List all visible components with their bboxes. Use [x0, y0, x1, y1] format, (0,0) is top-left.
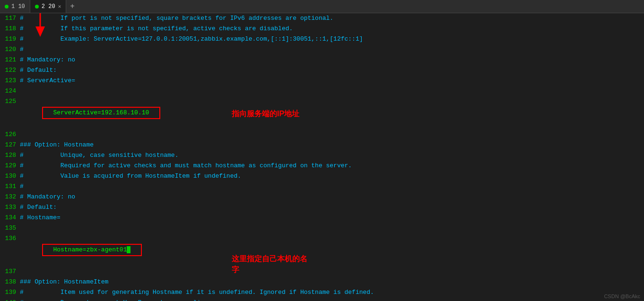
code-line-127: 127 ### Option: Hostname	[0, 140, 644, 150]
line-num-139: 139	[0, 287, 20, 298]
line-content-123: # ServerActive=	[20, 76, 644, 86]
line-num-131: 131	[0, 181, 20, 192]
tab-label-1: 1 10	[11, 3, 25, 10]
line-num-136: 136	[0, 233, 20, 244]
line-content-138: ### Option: HostnameItem	[20, 277, 644, 287]
code-line-117: 117 # If port is not specified, square b…	[0, 13, 644, 24]
line-num-133: 133	[0, 202, 20, 213]
line-content-130: # Value is acquired from HostnameItem if…	[20, 171, 644, 181]
line-num-120: 120	[0, 44, 20, 55]
line-num-135: 135	[0, 223, 20, 233]
code-line-134: 134 # Hostname=	[0, 213, 644, 223]
line-content-140: # Does not support UserParameters or ali…	[20, 298, 644, 301]
code-line-122: 122 # Default:	[0, 65, 644, 76]
line-num-121: 121	[0, 55, 20, 65]
code-line-124: 124	[0, 86, 644, 96]
hostname-value: Hostname=zbx-agent01▌	[42, 244, 142, 256]
tab-dot-1	[5, 5, 9, 9]
code-line-126: 126	[0, 129, 644, 140]
tab-bar: 1 10 2 20 ✕ +	[0, 0, 644, 13]
line-num-122: 122	[0, 65, 20, 76]
code-line-118: 118 # If this parameter is not specified…	[0, 24, 644, 34]
line-content-139: # Item used for generating Hostname if i…	[20, 287, 644, 298]
line-num-132: 132	[0, 192, 20, 202]
line-num-119: 119	[0, 34, 20, 44]
line-content-120: #	[20, 44, 644, 55]
code-line-125: 125 ServerActive=192.168.10.10	[0, 96, 644, 129]
line-num-134: 134	[0, 213, 20, 223]
line-num-124: 124	[0, 86, 20, 96]
line-content-131: #	[20, 181, 644, 192]
line-content-127: ### Option: Hostname	[20, 140, 644, 150]
code-line-119: 119 # Example: ServerActive=127.0.0.1:20…	[0, 34, 644, 44]
code-line-131: 131 #	[0, 181, 644, 192]
line-content-134: # Hostname=	[20, 213, 644, 223]
line-num-128: 128	[0, 150, 20, 161]
line-num-138: 138	[0, 277, 20, 287]
code-line-129: 129 # Required for active checks and mus…	[0, 161, 644, 171]
line-num-118: 118	[0, 24, 20, 34]
tab-add-button[interactable]: +	[66, 0, 78, 13]
tab-2[interactable]: 2 20 ✕	[30, 0, 66, 13]
code-line-138: 138 ### Option: HostnameItem	[0, 277, 644, 287]
line-num-123: 123	[0, 76, 20, 86]
code-line-132: 132 # Mandatory: no	[0, 192, 644, 202]
line-content-125: ServerActive=192.168.10.10	[20, 96, 644, 129]
line-content-118: # If this parameter is not specified, ac…	[20, 24, 644, 34]
line-num-126: 126	[0, 129, 20, 140]
tab-1[interactable]: 1 10	[0, 0, 30, 13]
code-line-121: 121 # Mandatory: no	[0, 55, 644, 65]
code-line-140: 140 # Does not support UserParameters or…	[0, 298, 644, 301]
watermark: CSDN @BcAkc	[604, 293, 640, 299]
line-num-129: 129	[0, 161, 20, 171]
line-content-122: # Default:	[20, 65, 644, 76]
serveractive-value: ServerActive=192.168.10.10	[42, 107, 160, 119]
line-content-128: # Unique, case sensitive hostname.	[20, 150, 644, 161]
code-line-123: 123 # ServerActive=	[0, 76, 644, 86]
code-line-130: 130 # Value is acquired from HostnameIte…	[0, 171, 644, 181]
line-num-137: 137	[0, 267, 20, 277]
line-content-117: # If port is not specified, square brack…	[20, 13, 644, 24]
code-line-128: 128 # Unique, case sensitive hostname.	[0, 150, 644, 161]
line-num-130: 130	[0, 171, 20, 181]
line-num-127: 127	[0, 140, 20, 150]
line-num-125: 125	[0, 96, 20, 107]
line-content-119: # Example: ServerActive=127.0.0.1:20051,…	[20, 34, 644, 44]
line-content-121: # Mandatory: no	[20, 55, 644, 65]
code-line-139: 139 # Item used for generating Hostname …	[0, 287, 644, 298]
line-content-132: # Mandatory: no	[20, 192, 644, 202]
line-num-117: 117	[0, 13, 20, 24]
line-content-133: # Default:	[20, 202, 644, 213]
tab-label-2: 2 20	[42, 3, 55, 10]
code-line-135: 135	[0, 223, 644, 233]
tab-close-2[interactable]: ✕	[58, 3, 61, 9]
tab-dot-2	[35, 5, 39, 9]
code-line-133: 133 # Default:	[0, 202, 644, 213]
code-line-120: 120 #	[0, 44, 644, 55]
code-area: 117 # If port is not specified, square b…	[0, 13, 644, 301]
line-content-129: # Required for active checks and must ma…	[20, 161, 644, 171]
code-line-137: 137	[0, 267, 644, 277]
code-line-136: 136 Hostname=zbx-agent01▌	[0, 233, 644, 267]
line-num-140: 140	[0, 298, 20, 301]
line-content-136: Hostname=zbx-agent01▌	[20, 233, 644, 267]
